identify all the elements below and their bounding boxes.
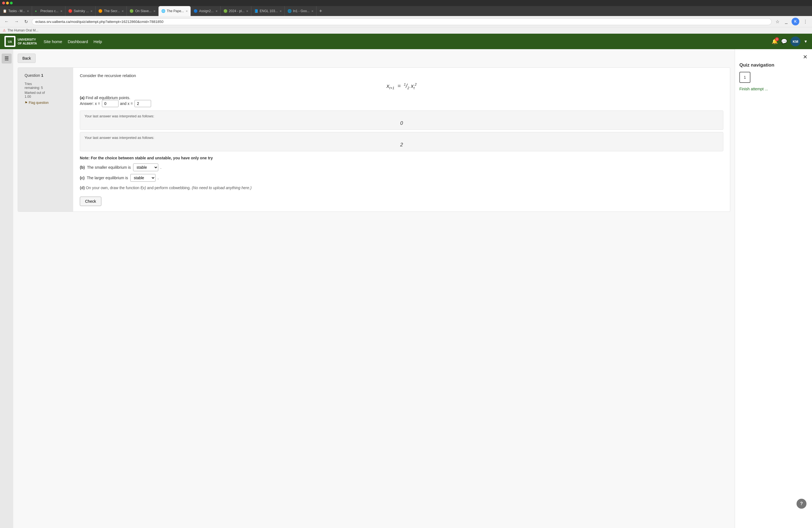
nav-site-home[interactable]: Site home <box>44 39 62 44</box>
question-header: Question 1 <box>21 70 70 80</box>
tab-preclass[interactable]: ● Preclass c... ✕ <box>32 6 65 16</box>
extension-bar: ⚠ The Human Oral M... <box>0 27 812 34</box>
answer-input-2[interactable] <box>134 100 151 107</box>
content-area: Back Question 1 Tries remaining: 5 <box>13 49 735 528</box>
part-c-period: . <box>158 176 159 180</box>
menu-button[interactable]: ⋮ <box>801 18 809 25</box>
part-b-label: (b) <box>80 165 85 170</box>
tab-close-tasks[interactable]: ✕ <box>27 10 29 13</box>
question-card: Question 1 Tries remaining: 5 Marked out… <box>18 68 730 212</box>
quiz-nav-finish-link[interactable]: Finish attempt ... <box>739 87 768 91</box>
answer-row: Answer: x = and x = <box>80 100 723 107</box>
profile-button[interactable]: K <box>792 18 799 25</box>
logo-area: UA UNIVERSITYOF ALBERTA <box>4 36 37 47</box>
formula-display: xt+1 = 1/2 xt2 <box>387 83 417 89</box>
math-formula: xt+1 = 1/2 xt2 <box>80 82 723 90</box>
question-info-sidebar: Question 1 Tries remaining: 5 Marked out… <box>18 68 73 211</box>
interpretation-value-1: 0 <box>85 120 719 126</box>
sidebar-toggle-button[interactable]: ☰ <box>2 54 12 63</box>
tab-engl[interactable]: 📘 ENGL 103... ✕ <box>251 6 285 16</box>
part-d-section: (d) On your own, draw the function f(x) … <box>80 186 723 190</box>
address-bar: ← → ↻ eclass.srv.ualberta.ca/mod/quiz/at… <box>0 16 812 27</box>
question-tries: Tries remaining: 5 <box>21 80 70 90</box>
tab-favicon-2024: 🟢 <box>223 9 227 13</box>
part-c-section: (c) The larger equilibrium is stable uns… <box>80 174 723 182</box>
tab-2024[interactable]: 🟢 2024 - pl... ✕ <box>221 6 251 16</box>
university-logo: UA <box>4 36 15 47</box>
tab-favicon-swirsky: 🔴 <box>68 9 72 13</box>
tab-bar: 📋 Tasks - M... ✕ ● Preclass c... ✕ 🔴 Swi… <box>0 6 812 16</box>
tab-assign2[interactable]: 🔵 Assign2... ✕ <box>191 6 221 16</box>
messages-icon[interactable]: 💬 <box>781 39 787 44</box>
part-b-period: . <box>160 165 162 170</box>
part-c-label: (c) <box>80 176 85 180</box>
top-nav-right: 🔔 0 💬 KM ▼ <box>772 36 808 46</box>
part-d-label: (d) <box>80 186 85 190</box>
nav-dashboard[interactable]: Dashboard <box>68 39 88 44</box>
url-bar[interactable]: eclass.srv.ualberta.ca/mod/quiz/attempt.… <box>32 18 772 25</box>
quiz-nav-item-1[interactable]: 1 <box>739 72 750 83</box>
question-number: 1 <box>41 73 43 78</box>
part-d-note: (No need to upload anything here.) <box>192 186 251 190</box>
check-button[interactable]: Check <box>80 196 101 206</box>
part-b-section: (b) The smaller equilibrium is stable un… <box>80 163 723 171</box>
forward-navigation-button[interactable]: → <box>13 18 20 25</box>
refresh-button[interactable]: ↻ <box>23 18 30 25</box>
tab-tasks[interactable]: 📋 Tasks - M... ✕ <box>0 6 32 16</box>
tab-close-google[interactable]: ✕ <box>311 10 314 13</box>
tab-close-secret[interactable]: ✕ <box>121 10 124 13</box>
tab-favicon-tasks: 📋 <box>3 9 6 13</box>
tab-close-2024[interactable]: ✕ <box>246 10 248 13</box>
flag-icon: ⚑ <box>25 101 28 105</box>
tab-paper[interactable]: 🌐 The Pape... ✕ <box>159 6 191 16</box>
tab-close-assign2[interactable]: ✕ <box>215 10 218 13</box>
sidebar-toggle-area: ☰ <box>0 49 13 528</box>
tab-swirsky[interactable]: 🔴 Swirsky ... ✕ <box>66 6 96 16</box>
interpretation-box-1: Your last answer was interpreted as foll… <box>80 111 723 130</box>
stability-select-c[interactable]: stable unstable <box>130 174 156 182</box>
part-a-section: (a) Find all equilibrium points. Answer:… <box>80 96 723 151</box>
interpretation-value-2: 2 <box>85 142 719 148</box>
flag-question-link[interactable]: ⚑ Flag question <box>21 100 70 107</box>
tab-favicon-assign2: 🔵 <box>193 9 198 13</box>
notifications-icon[interactable]: 🔔 0 <box>772 39 778 44</box>
question-label: Question 1 <box>25 73 43 78</box>
tab-favicon-engl: 📘 <box>254 9 258 13</box>
quiz-nav-grid: 1 <box>739 72 808 83</box>
back-button[interactable]: Back <box>18 54 35 63</box>
help-button[interactable]: ? <box>797 499 807 509</box>
tab-favicon-slave: 🟢 <box>130 9 133 13</box>
stability-select-b[interactable]: stable unstable <box>133 163 158 171</box>
tab-favicon-paper: 🌐 <box>161 9 165 13</box>
close-panel-button[interactable]: ✕ <box>739 54 808 60</box>
user-avatar-button[interactable]: KM <box>791 36 800 46</box>
tab-close-engl[interactable]: ✕ <box>279 10 282 13</box>
answer-input-1[interactable] <box>102 100 118 107</box>
question-marked-out: Marked out of 1.00 <box>21 90 70 100</box>
browser-chrome <box>0 0 812 6</box>
nav-help[interactable]: Help <box>93 39 102 44</box>
extensions-button[interactable]: ⎯ <box>783 18 789 25</box>
tab-close-paper[interactable]: ✕ <box>186 10 188 13</box>
part-d-fx: f(x) <box>140 186 146 190</box>
tab-close-slave[interactable]: ✕ <box>153 10 156 13</box>
tab-slave[interactable]: 🟢 On Slave... ✕ <box>127 6 158 16</box>
interpretation-label-1: Your last answer was interpreted as foll… <box>85 114 719 118</box>
part-a-label: (a) Find all equilibrium points. <box>80 96 723 100</box>
answer-prefix: Answer: x = <box>80 101 100 106</box>
main-layout: ☰ Back Question 1 Tries remaining <box>0 49 812 528</box>
tab-favicon-secret: 🟠 <box>98 9 102 13</box>
quiz-nav-title: Quiz navigation <box>739 62 808 68</box>
tab-close-preclass[interactable]: ✕ <box>60 10 62 13</box>
question-layout: Question 1 Tries remaining: 5 Marked out… <box>18 68 730 211</box>
dropdown-chevron-icon[interactable]: ▼ <box>804 39 808 44</box>
part-d-text: (d) On your own, draw the function f(x) … <box>80 186 723 190</box>
bookmark-button[interactable]: ☆ <box>774 18 781 25</box>
university-name: UNIVERSITYOF ALBERTA <box>18 38 37 46</box>
part-c-text: The larger equilibrium is <box>87 176 128 180</box>
tab-close-swirsky[interactable]: ✕ <box>90 10 92 13</box>
tab-google[interactable]: 🌐 In1 - Goo... ✕ <box>285 6 317 16</box>
new-tab-button[interactable]: + <box>317 6 325 16</box>
tab-secret[interactable]: 🟠 The Secr... ✕ <box>96 6 127 16</box>
back-navigation-button[interactable]: ← <box>3 18 11 25</box>
